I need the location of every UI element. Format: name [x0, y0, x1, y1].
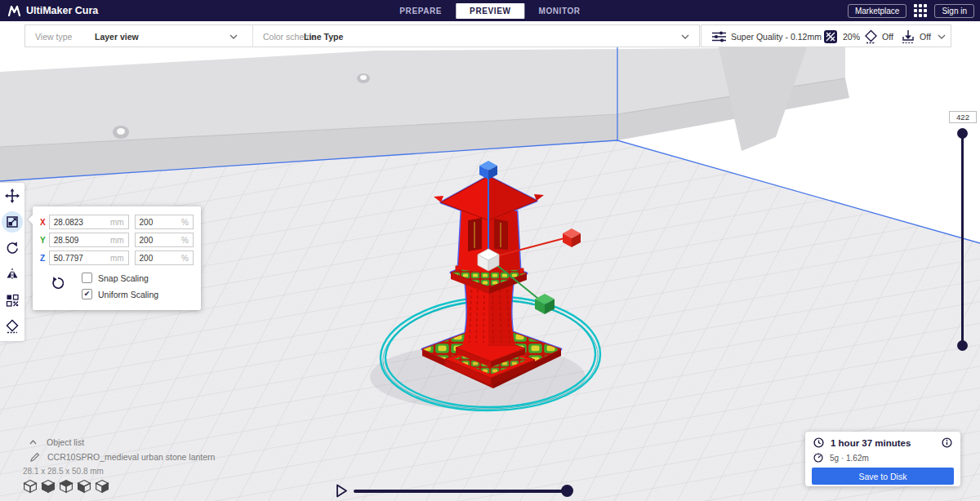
- axis-x-label: X: [40, 218, 49, 227]
- ultimaker-logo-icon: [8, 5, 21, 16]
- support-blocker-button[interactable]: [0, 313, 24, 339]
- stage-tabs: PREPARE PREVIEW MONITOR: [385, 0, 594, 21]
- scale-y-mm-value: 28.509: [54, 236, 79, 245]
- simulation-slider-track[interactable]: [354, 490, 567, 493]
- scale-z-mm-input[interactable]: 50.7797 mm: [49, 250, 129, 265]
- support-icon: [864, 29, 878, 44]
- app-title: UltiMaker Cura: [26, 5, 98, 16]
- model-file-name: CCR10SPRO_medieval urban stone lantern: [47, 452, 215, 462]
- mm-unit: mm: [110, 254, 124, 263]
- move-icon: [5, 188, 20, 203]
- mirror-icon: [5, 267, 20, 282]
- percent-unit: %: [181, 218, 189, 227]
- scale-y-percent-value: 200: [140, 236, 154, 245]
- support-blocker-icon: [5, 319, 20, 334]
- app-header: UltiMaker Cura PREPARE PREVIEW MONITOR M…: [0, 0, 980, 21]
- quality-profile-value: Super Quality - 0.12mm: [731, 32, 822, 42]
- axis-y-label: Y: [40, 236, 49, 245]
- mirror-tool-button[interactable]: [0, 261, 24, 287]
- sliders-icon: [712, 30, 726, 43]
- view-type-value[interactable]: Layer view: [95, 32, 139, 42]
- tab-monitor[interactable]: MONITOR: [524, 3, 594, 19]
- adhesion-icon: [902, 29, 915, 44]
- infill-icon: [824, 30, 837, 43]
- scale-z-percent-value: 200: [140, 254, 154, 263]
- simulation-slider-handle[interactable]: [561, 485, 573, 497]
- chevron-down-icon[interactable]: [229, 34, 238, 39]
- layer-slider-track[interactable]: [961, 132, 964, 346]
- view-right-icon[interactable]: [95, 479, 109, 494]
- tab-preview[interactable]: PREVIEW: [456, 3, 524, 19]
- scale-row-x: X 28.0823 mm 200 %: [40, 215, 194, 229]
- rotate-icon: [5, 241, 20, 255]
- adhesion-value: Off: [920, 32, 931, 42]
- view-type-label: View type: [35, 32, 72, 42]
- view-3d-icon[interactable]: [23, 479, 38, 494]
- per-model-settings-icon: [5, 293, 20, 308]
- scale-x-mm-input[interactable]: 28.0823 mm: [49, 215, 129, 229]
- scale-y-mm-input[interactable]: 28.509 mm: [49, 233, 129, 247]
- scale-z-mm-value: 50.7797: [54, 254, 83, 263]
- percent-unit: %: [181, 236, 189, 245]
- chevron-down-icon[interactable]: [938, 34, 946, 39]
- checkmark: ✔: [84, 290, 91, 298]
- collapse-caret-icon[interactable]: [29, 440, 37, 445]
- scale-z-percent-input[interactable]: 200 %: [135, 250, 194, 265]
- view-left-icon[interactable]: [77, 479, 91, 494]
- scale-tool-button[interactable]: [0, 209, 24, 235]
- view-top-icon[interactable]: [59, 479, 74, 494]
- rotate-tool-button[interactable]: [0, 235, 24, 261]
- info-icon[interactable]: [942, 437, 952, 448]
- scale-x-mm-value: 28.0823: [54, 218, 83, 227]
- scale-x-percent-input[interactable]: 200 %: [135, 215, 194, 229]
- scale-panel: X 28.0823 mm 200 % Y 28.509 mm 200 % Z 5…: [33, 206, 201, 310]
- layer-number-label: 422: [949, 111, 977, 123]
- scale-row-z: Z 50.7797 mm 200 %: [40, 250, 194, 265]
- play-icon[interactable]: [336, 484, 348, 498]
- marketplace-button[interactable]: Marketplace: [848, 4, 906, 18]
- color-scheme-value[interactable]: Line Type: [304, 32, 343, 42]
- scale-x-percent-value: 200: [140, 218, 154, 227]
- snap-scaling-option[interactable]: Snap Scaling: [82, 273, 158, 283]
- scale-row-y: Y 28.509 mm 200 %: [40, 233, 194, 247]
- tab-prepare[interactable]: PREPARE: [385, 3, 456, 19]
- layer-slider-top-handle[interactable]: [957, 128, 968, 139]
- save-to-disk-button[interactable]: Save to Disk: [812, 468, 954, 485]
- uniform-scaling-label: Uniform Scaling: [98, 290, 158, 299]
- signin-button[interactable]: Sign in: [934, 4, 974, 18]
- uniform-scaling-option[interactable]: ✔ Uniform Scaling: [82, 289, 158, 299]
- move-tool-button[interactable]: [0, 183, 24, 209]
- axis-z-label: Z: [40, 254, 49, 263]
- object-list-label: Object list: [47, 437, 84, 447]
- per-model-settings-button[interactable]: [0, 287, 24, 313]
- object-list-item[interactable]: CCR10SPRO_medieval urban stone lantern: [30, 452, 215, 462]
- scale-icon: [5, 215, 20, 229]
- infill-value: 20%: [843, 32, 860, 42]
- uniform-scaling-checkbox[interactable]: ✔: [82, 289, 92, 299]
- chevron-down-icon[interactable]: [681, 34, 689, 39]
- layer-slider-bottom-handle[interactable]: [957, 340, 968, 351]
- print-settings-bar[interactable]: Super Quality - 0.12mm 20% Off Off: [701, 24, 951, 47]
- scale-y-percent-input[interactable]: 200 %: [135, 233, 194, 247]
- snap-scaling-label: Snap Scaling: [98, 273, 149, 283]
- print-info-card: 1 hour 37 minutes 5g · 1.62m Save to Dis…: [805, 432, 960, 486]
- support-value: Off: [882, 32, 893, 42]
- view-options-bar: View type Layer view Color scheme Line T…: [24, 24, 700, 47]
- print-time-estimate: 1 hour 37 minutes: [831, 438, 911, 448]
- reset-scale-icon[interactable]: [51, 276, 65, 290]
- tool-strip: [0, 183, 24, 341]
- apps-grid-icon[interactable]: [914, 4, 927, 17]
- material-icon: [813, 453, 823, 463]
- mm-unit: mm: [110, 218, 124, 227]
- app-logo: UltiMaker Cura: [8, 0, 98, 21]
- camera-view-buttons: [23, 479, 109, 494]
- view-front-icon[interactable]: [41, 479, 56, 494]
- pencil-icon: [30, 452, 40, 462]
- snap-scaling-checkbox[interactable]: [82, 273, 92, 283]
- material-estimate: 5g · 1.62m: [830, 454, 869, 463]
- toolbar-divider: [252, 25, 253, 47]
- clock-icon: [813, 437, 824, 448]
- mm-unit: mm: [110, 236, 124, 245]
- model-dimensions: 28.1 x 28.5 x 50.8 mm: [23, 467, 104, 476]
- object-list-header[interactable]: Object list: [29, 437, 84, 447]
